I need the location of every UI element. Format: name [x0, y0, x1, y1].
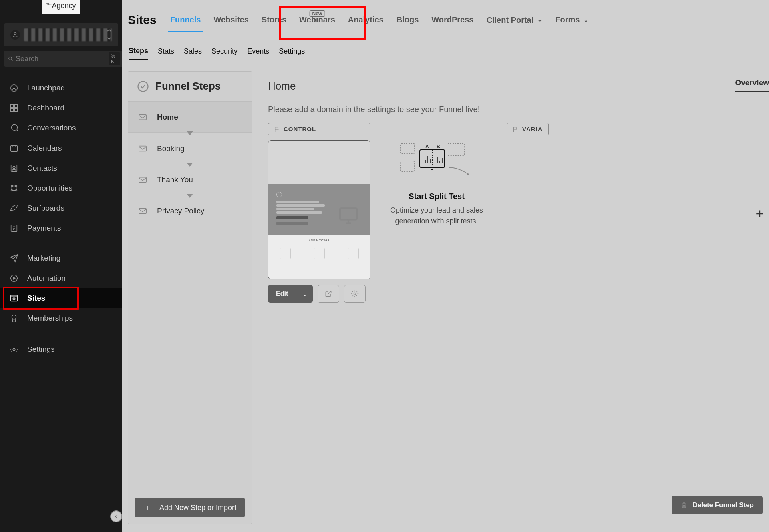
- nav-launchpad[interactable]: Launchpad: [0, 78, 122, 98]
- svg-point-1: [9, 57, 12, 60]
- mail-icon: [137, 144, 148, 153]
- step-home[interactable]: Home: [128, 101, 252, 132]
- tab-webinars[interactable]: NewWebinars: [293, 0, 342, 40]
- add-variation-button[interactable]: ＋: [753, 204, 767, 223]
- tab-analytics[interactable]: Analytics: [342, 0, 390, 40]
- search-input-wrapper[interactable]: ⌘ K: [4, 51, 124, 67]
- search-shortcut: ⌘ K: [109, 52, 120, 65]
- plus-icon: ＋: [143, 502, 152, 514]
- split-test-desc: Optimize your lead and sales generation …: [387, 205, 487, 227]
- tab-blogs[interactable]: Blogs: [390, 0, 425, 40]
- step-settings-button[interactable]: [344, 285, 366, 303]
- tab-funnels[interactable]: Funnels: [164, 0, 207, 40]
- svg-point-15: [11, 275, 18, 282]
- svg-point-11: [16, 185, 17, 187]
- detail-tab-overview[interactable]: Overview: [735, 78, 769, 92]
- nav-opportunities[interactable]: Opportunities: [0, 178, 122, 198]
- workspace-selector[interactable]: ⌃⌄: [4, 23, 118, 46]
- mail-icon: [137, 113, 148, 122]
- tab-forms[interactable]: Forms⌄: [549, 0, 595, 40]
- tab-websites[interactable]: Websites: [207, 0, 255, 40]
- svg-point-10: [11, 185, 13, 187]
- svg-rect-29: [447, 143, 465, 155]
- subtab-stats[interactable]: Stats: [158, 43, 174, 60]
- step-title: Home: [268, 80, 296, 92]
- subtab-settings[interactable]: Settings: [279, 43, 305, 60]
- workspace-name-blurred: [24, 28, 112, 41]
- edit-dropdown[interactable]: ⌄: [296, 290, 313, 298]
- search-input[interactable]: [16, 55, 109, 63]
- svg-point-0: [14, 32, 16, 34]
- tab-stores[interactable]: Stores: [255, 0, 293, 40]
- nav-calendars[interactable]: Calendars: [0, 138, 122, 158]
- collapse-sidebar-button[interactable]: ‹: [110, 510, 122, 522]
- nav-conversations[interactable]: Conversations: [0, 118, 122, 138]
- step-privacy[interactable]: Privacy Policy: [128, 195, 252, 226]
- svg-rect-4: [15, 105, 17, 107]
- tab-client-portal[interactable]: Client Portal⌄: [480, 0, 549, 40]
- sidebar: TheAgency ⌃⌄ ⌘ K Launchpad Dashboard Con…: [0, 0, 122, 532]
- page-preview[interactable]: Our Process: [268, 140, 370, 279]
- nav-settings[interactable]: Settings: [0, 339, 122, 359]
- gear-icon: [351, 290, 359, 298]
- agency-logo: TheAgency: [42, 0, 80, 14]
- check-circle-icon: [137, 80, 149, 92]
- nav-payments[interactable]: Payments: [0, 218, 122, 238]
- search-icon: [8, 55, 13, 62]
- mail-icon: [137, 207, 148, 215]
- svg-rect-6: [15, 109, 17, 111]
- open-external-button[interactable]: [318, 285, 339, 303]
- svg-point-26: [354, 293, 356, 295]
- chevron-down-icon: ⌄: [584, 17, 588, 23]
- svg-point-12: [11, 190, 13, 191]
- subtab-security[interactable]: Security: [211, 43, 238, 60]
- page-title: Sites: [128, 13, 157, 27]
- mail-icon: [137, 175, 148, 184]
- nav-dashboard[interactable]: Dashboard: [0, 98, 122, 118]
- primary-nav: Launchpad Dashboard Conversations Calend…: [0, 72, 122, 365]
- svg-rect-28: [401, 161, 414, 171]
- subtab-sales[interactable]: Sales: [184, 43, 202, 60]
- svg-rect-22: [139, 146, 146, 151]
- user-icon: [10, 30, 20, 40]
- split-test-title: Start Split Test: [387, 192, 487, 201]
- svg-rect-23: [139, 177, 146, 182]
- domain-warning: Please add a domain in the settings to s…: [268, 105, 769, 114]
- nav-automation[interactable]: Automation: [0, 268, 122, 288]
- variant-control: CONTROL: [268, 123, 370, 303]
- tab-wordpress[interactable]: WordPress: [425, 0, 480, 40]
- svg-rect-5: [11, 109, 13, 111]
- external-link-icon: [324, 290, 332, 298]
- subtab-steps[interactable]: Steps: [129, 43, 148, 60]
- step-booking[interactable]: Booking: [128, 132, 252, 164]
- nav-sites[interactable]: Sites: [0, 288, 122, 308]
- control-tag: CONTROL: [268, 123, 370, 135]
- svg-rect-25: [340, 208, 357, 219]
- step-detail-panel: Home Overview Please add a domain in the…: [260, 71, 769, 524]
- svg-rect-21: [139, 114, 146, 120]
- main: Sites Funnels Websites Stores NewWebinar…: [122, 0, 769, 532]
- svg-rect-3: [11, 105, 13, 107]
- svg-text:A: A: [425, 144, 429, 149]
- nav-marketing[interactable]: Marketing: [0, 248, 122, 268]
- monitor-icon: [337, 205, 360, 227]
- svg-rect-24: [139, 208, 146, 213]
- variant-variation: VARIA: [503, 123, 549, 135]
- split-test-prompt: A B Start Split Test Optimize your lead …: [387, 123, 487, 227]
- delete-funnel-step-button[interactable]: Delete Funnel Step: [672, 496, 763, 514]
- chevron-down-icon: ⌄: [537, 16, 542, 23]
- topbar: Sites Funnels Websites Stores NewWebinar…: [122, 0, 769, 40]
- subtab-events[interactable]: Events: [247, 43, 269, 60]
- step-thankyou[interactable]: Thank You: [128, 164, 252, 195]
- trash-icon: [680, 502, 688, 509]
- funnel-steps-header: Funnel Steps: [128, 72, 252, 101]
- svg-rect-8: [11, 165, 17, 172]
- chevron-updown-icon: ⌃⌄: [105, 31, 113, 39]
- svg-point-13: [16, 190, 17, 191]
- split-test-icon: A B: [397, 139, 477, 183]
- edit-button[interactable]: Edit⌄: [268, 285, 313, 303]
- nav-surfboards[interactable]: Surfboards: [0, 198, 122, 218]
- add-step-button[interactable]: ＋Add New Step or Import: [135, 498, 245, 517]
- nav-contacts[interactable]: Contacts: [0, 158, 122, 178]
- nav-memberships[interactable]: Memberships: [0, 308, 122, 328]
